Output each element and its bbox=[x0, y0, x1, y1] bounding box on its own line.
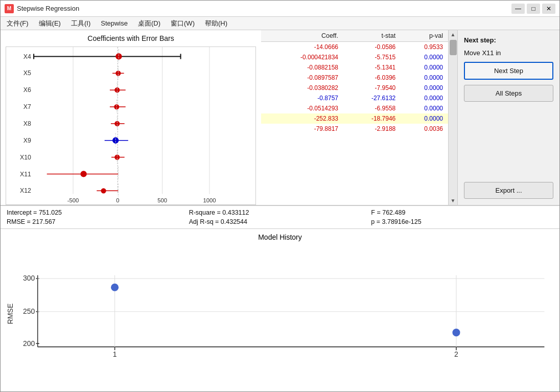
tstat-value: -5.1341 bbox=[343, 62, 401, 73]
history-plot: 300 250 200 RMSE 1 2 bbox=[5, 244, 555, 383]
svg-text:2: 2 bbox=[454, 350, 458, 358]
svg-text:X11: X11 bbox=[20, 171, 31, 178]
svg-point-64 bbox=[111, 284, 119, 291]
table-row: -0.0897587-6.03960.0000 bbox=[261, 73, 448, 83]
menu-tools[interactable]: 工具(I) bbox=[67, 18, 95, 29]
menu-edit[interactable]: 编辑(E) bbox=[35, 18, 65, 29]
svg-text:300: 300 bbox=[23, 274, 35, 282]
coefficients-plot: X4 X5 X6 X7 X8 X9 X10 X11 X12 bbox=[6, 47, 256, 205]
coeff-value: -0.0514293 bbox=[261, 103, 343, 113]
svg-text:X4: X4 bbox=[24, 53, 31, 60]
next-step-label: Next step: bbox=[464, 36, 553, 44]
menu-bar: 文件(F) 编辑(E) 工具(I) Stepwise 桌面(D) 窗口(W) 帮… bbox=[1, 17, 559, 30]
col-header-pval: p-val bbox=[401, 30, 448, 42]
svg-text:X8: X8 bbox=[24, 120, 31, 127]
svg-text:X7: X7 bbox=[24, 103, 31, 110]
pval-value: 0.0000 bbox=[401, 93, 448, 103]
coefficients-table: Coeff. t-stat p-val -14.0666-0.05860.953… bbox=[261, 30, 448, 134]
table-container: Coeff. t-stat p-val -14.0666-0.05860.953… bbox=[261, 30, 448, 205]
coeff-value: -0.000421834 bbox=[261, 52, 343, 62]
close-button[interactable]: ✕ bbox=[542, 4, 555, 14]
maximize-button[interactable]: □ bbox=[527, 4, 540, 14]
tstat-value: -7.9540 bbox=[343, 83, 401, 93]
title-bar: M Stepwise Regression — □ ✕ bbox=[1, 1, 559, 17]
adj-rsq-stat: Adj R-sq = 0.432544 bbox=[189, 218, 371, 225]
tstat-value: -5.7515 bbox=[343, 52, 401, 62]
window-controls: — □ ✕ bbox=[511, 4, 555, 14]
svg-text:X6: X6 bbox=[24, 86, 31, 94]
menu-file[interactable]: 文件(F) bbox=[3, 18, 33, 29]
coeff-value: -79.8817 bbox=[261, 124, 343, 134]
col-header-coeff: Coeff. bbox=[261, 30, 343, 42]
history-title: Model History bbox=[5, 233, 555, 241]
svg-point-31 bbox=[112, 137, 119, 144]
pval-value: 0.0036 bbox=[401, 124, 448, 134]
coeff-value: -0.0380282 bbox=[261, 83, 343, 93]
svg-point-65 bbox=[452, 329, 460, 336]
scroll-thumb[interactable] bbox=[450, 40, 457, 55]
table-row: -0.0882158-5.13410.0000 bbox=[261, 62, 448, 73]
pval-value: 0.0000 bbox=[401, 83, 448, 93]
rmse-stat: RMSE = 217.567 bbox=[7, 218, 189, 225]
tstat-value: -0.0586 bbox=[343, 42, 401, 53]
table-scrollbar[interactable]: ▲ ▼ bbox=[448, 30, 457, 205]
right-panel: Next step: Move X11 in Next Step All Ste… bbox=[457, 30, 559, 205]
svg-text:250: 250 bbox=[23, 307, 35, 315]
main-content: Coefficients with Error Bars X4 X5 X6 bbox=[1, 30, 559, 391]
svg-text:500: 500 bbox=[157, 197, 167, 203]
chart-area: Coefficients with Error Bars X4 X5 X6 bbox=[1, 30, 261, 205]
all-steps-button[interactable]: All Steps bbox=[464, 85, 553, 102]
pval-value: 0.0000 bbox=[401, 62, 448, 73]
app-icon: M bbox=[5, 4, 14, 13]
pval-value: 0.0000 bbox=[401, 52, 448, 62]
svg-point-40 bbox=[101, 188, 106, 193]
scroll-down-arrow[interactable]: ▼ bbox=[449, 196, 457, 205]
tstat-value: -6.0396 bbox=[343, 73, 401, 83]
left-panel: Coefficients with Error Bars X4 X5 X6 bbox=[1, 30, 559, 391]
table-row: -0.0514293-6.95580.0000 bbox=[261, 103, 448, 113]
coeff-value: -0.0897587 bbox=[261, 73, 343, 83]
intercept-stat: Intercept = 751.025 bbox=[7, 209, 189, 216]
rsquare-stat: R-square = 0.433112 bbox=[189, 209, 371, 216]
table-row: -0.000421834-5.75150.0000 bbox=[261, 52, 448, 62]
coeff-value: -14.0666 bbox=[261, 42, 343, 53]
coeff-value: -0.0882158 bbox=[261, 62, 343, 73]
next-step-button[interactable]: Next Step bbox=[464, 62, 553, 80]
menu-window[interactable]: 窗口(W) bbox=[167, 18, 199, 29]
svg-text:X9: X9 bbox=[24, 137, 31, 144]
pval-value: 0.9533 bbox=[401, 42, 448, 53]
table-row: -14.0666-0.05860.9533 bbox=[261, 42, 448, 53]
menu-desktop[interactable]: 桌面(D) bbox=[134, 18, 165, 29]
chart-title: Coefficients with Error Bars bbox=[1, 34, 261, 42]
svg-text:-500: -500 bbox=[67, 197, 79, 203]
main-window: M Stepwise Regression — □ ✕ 文件(F) 编辑(E) … bbox=[0, 0, 560, 392]
svg-text:RMSE: RMSE bbox=[6, 304, 14, 324]
top-section: Coefficients with Error Bars X4 X5 X6 bbox=[1, 30, 559, 205]
window-title: Stepwise Regression bbox=[17, 5, 511, 12]
table-row: -0.8757-27.61320.0000 bbox=[261, 93, 448, 103]
svg-point-37 bbox=[80, 171, 86, 177]
svg-text:X5: X5 bbox=[24, 70, 31, 77]
svg-text:200: 200 bbox=[23, 339, 35, 348]
coeff-value: -252.833 bbox=[261, 113, 343, 124]
stats-bar: Intercept = 751.025 R-square = 0.433112 … bbox=[1, 205, 559, 229]
p-stat: p = 3.78916e-125 bbox=[371, 218, 553, 225]
export-button[interactable]: Export ... bbox=[464, 182, 553, 199]
tstat-value: -18.7946 bbox=[343, 113, 401, 124]
pval-value: 0.0000 bbox=[401, 103, 448, 113]
menu-help[interactable]: 帮助(H) bbox=[201, 18, 231, 29]
pval-value: 0.0000 bbox=[401, 113, 448, 124]
table-row: -0.0380282-7.95400.0000 bbox=[261, 83, 448, 93]
pval-value: 0.0000 bbox=[401, 73, 448, 83]
move-label: Move X11 in bbox=[464, 49, 553, 57]
menu-stepwise[interactable]: Stepwise bbox=[97, 18, 132, 28]
minimize-button[interactable]: — bbox=[511, 4, 525, 14]
svg-point-16 bbox=[115, 53, 122, 59]
scroll-up-arrow[interactable]: ▲ bbox=[449, 30, 457, 39]
coeff-value: -0.8757 bbox=[261, 93, 343, 103]
table-row: -252.833-18.79460.0000 bbox=[261, 113, 448, 124]
svg-text:0: 0 bbox=[116, 197, 119, 203]
svg-text:X12: X12 bbox=[20, 187, 31, 194]
col-header-tstat: t-stat bbox=[343, 30, 401, 42]
svg-text:X10: X10 bbox=[20, 154, 31, 161]
